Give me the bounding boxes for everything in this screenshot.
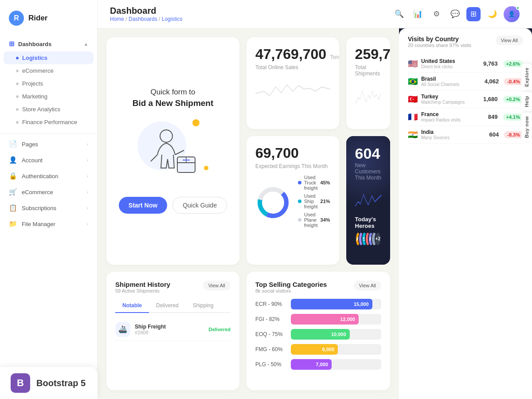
country-fr: 🇫🇷 France Impact Radius visits 849 +4.1%: [408, 108, 523, 126]
shipments-label: Total Shipments: [355, 64, 381, 77]
earnings-number: 69,700: [255, 145, 330, 161]
legend-truck: Used Truck freight 45%: [298, 175, 330, 191]
theme-toggle[interactable]: 🌙: [485, 7, 499, 21]
country-fr-info: France Impact Radius visits: [421, 111, 477, 122]
subscriptions-chevron: ›: [87, 206, 88, 211]
tab-shipping[interactable]: Shipping: [186, 299, 221, 313]
sales-unit: Tons: [330, 54, 339, 60]
main-area: Dashboard Home / Dashboards / Logistics …: [98, 0, 532, 399]
start-now-button[interactable]: Start Now: [119, 197, 167, 214]
sidebar-item-pages[interactable]: 📄 Pages ›: [0, 136, 97, 152]
sidebar-item-finance[interactable]: Finance Performance: [0, 116, 97, 129]
bid-subtitle: Quick form to: [150, 88, 195, 97]
sales-chart: [255, 76, 330, 102]
change-tr: +0.2%: [503, 96, 524, 103]
sidebar-item-authentication[interactable]: 🔒 Authentication ›: [0, 168, 97, 184]
donut-area: Used Truck freight 45% Used Ship freight…: [255, 175, 330, 231]
change-fr: +4.1%: [503, 113, 524, 121]
bid-card: Quick form to Bid a New Shipment: [106, 37, 239, 265]
settings-icon[interactable]: ⚙: [429, 7, 443, 21]
sidebar-item-ecommerce[interactable]: eCommerce: [0, 64, 97, 77]
user-avatar-wrap[interactable]: 👤: [504, 6, 520, 22]
bid-illustration: [133, 117, 213, 184]
dot: [16, 121, 19, 124]
grid-view-icon[interactable]: ⊞: [466, 7, 481, 21]
total-sales-number: 47,769,700: [255, 46, 326, 63]
bottom-section: Shipment History 59 Active Shipments Vie…: [106, 272, 390, 390]
country-br: 🇧🇷 Brasil All Social Channels 4,062 -0.4…: [408, 73, 523, 90]
sidebar-item-logistics[interactable]: Logistics: [4, 51, 94, 64]
sidebar-item-account[interactable]: 👤 Account ›: [0, 152, 97, 168]
sidebar-item-filemanager[interactable]: 📁 File Manager ›: [0, 216, 97, 232]
dashboards-section: ⊞ Dashboards ▲ Logistics eCommerce Proje…: [0, 35, 97, 130]
country-tr: 🇹🇷 Turkey Mailchimp Campaigns 1,680 +0.2…: [408, 90, 523, 108]
flag-tr: 🇹🇷: [408, 94, 418, 104]
content-area: Quick form to Bid a New Shipment: [98, 28, 532, 399]
visits-title: Visits by Country: [408, 35, 471, 43]
pages-chevron: ›: [87, 142, 88, 147]
svg-point-0: [160, 130, 172, 142]
sidebar-logo[interactable]: R Rider: [0, 7, 97, 35]
truck-dot: [298, 181, 301, 184]
selling-view-all[interactable]: View All: [354, 281, 381, 290]
hero-avatars: A S P +2: [355, 232, 381, 246]
bar-fgi: FGI - 82% 12,000: [255, 314, 381, 325]
shipment-tabs: Notable Delivered Shipping: [115, 299, 231, 313]
shipment-history-card: Shipment History 59 Active Shipments Vie…: [106, 272, 239, 390]
sidebar-item-ecommerce-top[interactable]: 🛒 eCommerce ›: [0, 184, 97, 200]
sidebar-item-marketing[interactable]: Marketing: [0, 90, 97, 103]
dashboards-icon: ⊞: [9, 40, 15, 48]
country-in-info: India Many Sources: [421, 129, 477, 140]
earnings-label: Expected Earnings This Month: [255, 163, 330, 169]
customers-card: 604 New Customers This Month Today's Her…: [346, 136, 390, 265]
filemanager-icon: 📁: [9, 220, 17, 228]
ecommerce-icon: 🛒: [9, 188, 17, 196]
bar-plg-fill: 7,000: [291, 359, 332, 370]
visits-section: Visits by Country 20 countries share 97%…: [399, 28, 532, 399]
tab-notable[interactable]: Notable: [115, 299, 149, 313]
search-icon[interactable]: 🔍: [392, 7, 406, 21]
bar-ecr: ECR - 90% 15,000: [255, 299, 381, 309]
bar-fgi-fill: 12,000: [291, 314, 359, 325]
sidebar: R Rider ⊞ Dashboards ▲ Logistics eCommer…: [0, 0, 98, 399]
category-bars: ECR - 90% 15,000 FGI - 82% 12,000: [255, 299, 381, 370]
sidebar-item-store-analytics[interactable]: Store Analytics: [0, 103, 97, 116]
country-us-info: United States Direct link clicks: [421, 58, 477, 69]
quick-guide-button[interactable]: Quick Guide: [172, 197, 227, 214]
pages-icon: 📄: [9, 140, 17, 148]
change-us: +2.6%: [503, 60, 524, 67]
visits-view-all[interactable]: View All: [496, 35, 523, 45]
dot: [16, 70, 19, 72]
dashboards-group[interactable]: ⊞ Dashboards ▲: [0, 36, 97, 51]
dashboard-grid: Quick form to Bid a New Shipment: [98, 28, 399, 399]
tab-delivered[interactable]: Delivered: [149, 299, 186, 313]
bid-buttons: Start Now Quick Guide: [119, 197, 227, 214]
dot: [16, 82, 19, 85]
legend: Used Truck freight 45% Used Ship freight…: [298, 175, 330, 231]
logo-icon: R: [9, 11, 24, 26]
shipment-view-all[interactable]: View All: [203, 281, 231, 290]
sidebar-item-subscriptions[interactable]: 📋 Subscriptions ›: [0, 200, 97, 216]
explore-tab[interactable]: Explore: [521, 64, 532, 90]
shipment-header: Shipment History 59 Active Shipments Vie…: [115, 281, 231, 293]
illus-person: [142, 124, 200, 186]
ship-icon: 🚢: [115, 322, 130, 337]
country-us: 🇺🇸 United States Direct link clicks 9,76…: [408, 55, 523, 73]
ship-info: Ship Freight #2808: [135, 324, 204, 335]
illus-dot-2: [204, 166, 208, 170]
donut-chart: [255, 185, 291, 220]
filemanager-chevron: ›: [87, 222, 88, 227]
visits-subtitle: 20 countries share 97% visits: [408, 43, 471, 48]
bar-fmg: FMG - 60% 8,000: [255, 344, 381, 355]
bootstrap-label: Bootstrap 5: [36, 378, 86, 388]
active-dot: [16, 57, 19, 59]
chart-icon[interactable]: 📊: [411, 7, 425, 21]
customers-label: New Customers This Month: [355, 162, 381, 181]
buy-now-tab[interactable]: Buy now: [521, 113, 532, 141]
help-tab[interactable]: Help: [521, 92, 532, 111]
chat-icon[interactable]: 💬: [448, 7, 462, 21]
bar-plg: PLG - 50% 7,000: [255, 359, 381, 370]
sidebar-item-projects[interactable]: Projects: [0, 77, 97, 90]
dot: [16, 95, 19, 98]
header-left: Dashboard Home / Dashboards / Logistics: [110, 6, 182, 22]
